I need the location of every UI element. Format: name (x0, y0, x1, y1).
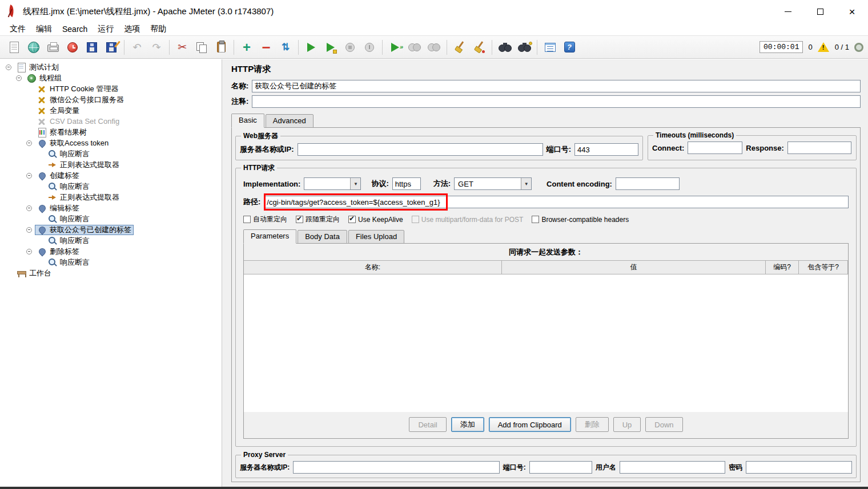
dropdown-arrow-icon[interactable]: ▼ (521, 178, 531, 189)
tree-node-response-assertion-1[interactable]: 响应断言 (0, 148, 222, 159)
warning-icon[interactable]: ! (818, 42, 830, 52)
menu-options[interactable]: 选项 (119, 23, 145, 35)
clear-all-button[interactable] (469, 38, 489, 56)
tree-node-view-results-tree[interactable]: 察看结果树 (0, 127, 222, 138)
port-input[interactable] (574, 143, 638, 156)
menu-edit[interactable]: 编辑 (31, 23, 57, 35)
new-file-button[interactable] (5, 38, 24, 56)
tree-node-body[interactable]: 响应断言 (45, 236, 92, 246)
tree-node-regex-extractor-1[interactable]: 正则表达式提取器 (0, 159, 222, 170)
clear-button[interactable] (450, 38, 469, 56)
tree-node-body[interactable]: 微信公众号接口服务器 (35, 95, 126, 105)
checkbox-use-keepalive[interactable]: Use KeepAlive (348, 216, 403, 224)
tree-node-csv-data-set-config[interactable]: CSV Data Set Config (0, 116, 222, 127)
connect-timeout-input[interactable] (688, 142, 742, 154)
function-helper-button[interactable] (540, 38, 560, 56)
implementation-select[interactable]: ▼ (304, 177, 361, 190)
tree-node-http-cookie-manager[interactable]: HTTP Cookie 管理器 (0, 83, 222, 94)
add-button[interactable]: 添加 (451, 417, 484, 432)
tree-node-body[interactable]: 测试计划 (14, 62, 61, 72)
protocol-input[interactable] (392, 177, 421, 190)
tree-node-get-access-token[interactable]: 获取Access token (0, 138, 222, 148)
tree-expand-knob[interactable] (26, 173, 32, 179)
shutdown-button[interactable] (360, 38, 379, 56)
tree-node-create-tag[interactable]: 创建标签 (0, 170, 222, 181)
tree-node-edit-tag[interactable]: 编辑标签 (0, 203, 222, 213)
tree-node-body[interactable]: 全局变量 (35, 106, 82, 116)
tree-node-body[interactable]: 编辑标签 (35, 203, 82, 213)
proxy-server-input[interactable] (293, 461, 499, 474)
split-pane-divider[interactable] (222, 59, 227, 487)
proxy-username-input[interactable] (620, 461, 726, 474)
tree-node-response-assertion-3[interactable]: 响应断言 (0, 213, 222, 224)
tree-node-wechat-api-server[interactable]: 微信公众号接口服务器 (0, 94, 222, 105)
up-button[interactable]: Up (613, 417, 641, 432)
checkbox-multipart-post[interactable]: Use multipart/form-data for POST (412, 216, 524, 224)
tab-advanced[interactable]: Advanced (266, 114, 314, 128)
tree-node-body[interactable]: 获取公众号已创建的标签 (35, 225, 134, 235)
tree-expand-knob[interactable] (26, 205, 32, 211)
column-header-encode[interactable]: 编码? (766, 260, 799, 274)
tab-body-data[interactable]: Body Data (298, 230, 347, 244)
open-file-button[interactable] (43, 38, 63, 56)
paste-button[interactable] (211, 38, 231, 56)
tree-node-body[interactable]: 线程组 (25, 73, 64, 83)
close-button[interactable]: × (836, 0, 868, 23)
tree-node-body[interactable]: 察看结果树 (35, 127, 89, 138)
tree-node-response-assertion-4[interactable]: 响应断言 (0, 235, 222, 246)
server-name-input[interactable] (298, 143, 543, 156)
tree-node-test-plan[interactable]: 测试计划 (0, 62, 222, 72)
tree-node-body[interactable]: 获取Access token (35, 138, 111, 148)
tree-expand-knob[interactable] (26, 140, 32, 146)
save-as-button[interactable] (102, 38, 121, 56)
tree-node-delete-tag[interactable]: 删除标签 (0, 246, 222, 257)
tree-expand-knob[interactable] (16, 75, 22, 81)
proxy-password-input[interactable] (746, 461, 852, 474)
tree-node-response-assertion-5[interactable]: 响应断言 (0, 257, 222, 268)
tree-node-body[interactable]: CSV Data Set Config (35, 116, 122, 127)
copy-button[interactable] (192, 38, 211, 56)
checkbox-browser-compatible-headers[interactable]: Browser-compatible headers (532, 216, 629, 224)
tree-node-body[interactable]: 响应断言 (45, 214, 92, 224)
tree-node-body[interactable]: 正则表达式提取器 (45, 192, 122, 203)
start-no-pauses-button[interactable] (321, 38, 340, 56)
tab-parameters[interactable]: Parameters (243, 229, 296, 244)
collapse-all-button[interactable]: − (256, 38, 276, 56)
method-select[interactable]: GET ▼ (454, 177, 532, 190)
templates-button[interactable] (24, 38, 43, 56)
tree-node-response-assertion-2[interactable]: 响应断言 (0, 181, 222, 192)
toggle-button[interactable]: ⇅ (276, 38, 295, 56)
add-from-clipboard-button[interactable]: Add from Clipboard (489, 417, 571, 432)
menu-help[interactable]: 帮助 (145, 23, 171, 35)
tree-node-body[interactable]: 响应断言 (45, 149, 92, 159)
tree-node-global-variables[interactable]: 全局变量 (0, 105, 222, 116)
path-input[interactable] (264, 196, 849, 208)
tree-node-body[interactable]: HTTP Cookie 管理器 (35, 84, 120, 94)
start-button[interactable] (302, 38, 321, 56)
detail-button[interactable]: Detail (409, 417, 446, 432)
proxy-port-input[interactable] (529, 461, 592, 474)
cut-button[interactable]: ✂ (172, 38, 192, 56)
close-plan-button[interactable] (63, 38, 82, 56)
params-table-body[interactable] (244, 274, 848, 412)
remote-start-all-button[interactable]: » (385, 38, 405, 56)
down-button[interactable]: Down (645, 417, 682, 432)
stop-button[interactable] (340, 38, 360, 56)
delete-button[interactable]: 删除 (576, 417, 609, 432)
remote-shutdown-all-button[interactable] (424, 38, 444, 56)
tree-node-body[interactable]: 正则表达式提取器 (45, 160, 122, 170)
search-button[interactable] (495, 38, 515, 56)
column-header-value[interactable]: 值 (502, 260, 766, 274)
checkbox-follow-redirects[interactable]: 跟随重定向 (296, 215, 340, 224)
tab-basic[interactable]: Basic (231, 114, 264, 128)
tab-files-upload[interactable]: Files Upload (348, 230, 404, 244)
tree-node-body[interactable]: 创建标签 (35, 171, 82, 181)
tree-expand-knob[interactable] (26, 249, 32, 254)
tree-expand-knob[interactable] (6, 64, 11, 70)
tree-expand-knob[interactable] (26, 227, 32, 233)
content-encoding-input[interactable] (616, 177, 680, 190)
menu-run[interactable]: 运行 (93, 23, 119, 35)
tree-node-regex-extractor-2[interactable]: 正则表达式提取器 (0, 192, 222, 203)
comment-input[interactable] (252, 95, 861, 108)
menu-search[interactable]: Search (57, 23, 93, 35)
